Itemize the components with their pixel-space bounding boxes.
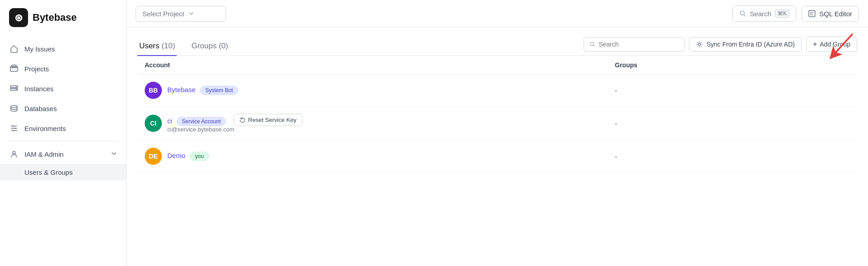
logo-text: Bytebase bbox=[33, 12, 77, 23]
col-groups-header: Groups bbox=[615, 61, 850, 69]
topbar: Select Project Search ⌘K SQL Editor bbox=[127, 0, 868, 28]
groups-val-demo: - bbox=[615, 153, 850, 160]
user-email-ci: ci@service.bytebase.com bbox=[167, 126, 302, 133]
svg-point-6 bbox=[16, 86, 17, 87]
tab-groups-count: (0) bbox=[219, 42, 228, 50]
sync-btn-label: Sync From Entra ID (Azure AD) bbox=[707, 41, 795, 48]
svg-point-10 bbox=[15, 128, 16, 129]
avatar-demo: DE bbox=[145, 148, 162, 165]
content-relative: Users (10) Groups (0) Sync From Entra ID… bbox=[137, 37, 857, 173]
logo-area: ⊛ Bytebase bbox=[0, 0, 126, 35]
user-info-bytebase: BB Bytebase System Bot bbox=[145, 82, 615, 99]
sidebar-item-projects[interactable]: Projects bbox=[0, 59, 126, 79]
plus-icon: + bbox=[813, 40, 817, 48]
main-content: Select Project Search ⌘K SQL Editor User… bbox=[127, 0, 868, 266]
sidebar-item-databases[interactable]: Databases bbox=[0, 98, 126, 118]
search-label: Search bbox=[750, 10, 772, 18]
avatar-ci: CI bbox=[145, 115, 162, 132]
nav-divider bbox=[7, 141, 119, 141]
sidebar-item-my-issues[interactable]: My Issues bbox=[0, 39, 126, 59]
col-account-header: Account bbox=[145, 61, 615, 69]
table-row: CI ci Service Account Reset Service Key bbox=[137, 107, 857, 140]
sidebar-item-iam-admin[interactable]: IAM & Admin bbox=[0, 144, 126, 164]
svg-point-15 bbox=[590, 42, 593, 46]
sidebar-label-users-groups: Users & Groups bbox=[24, 168, 73, 176]
sidebar-item-instances[interactable]: Instances bbox=[0, 79, 126, 98]
svg-point-8 bbox=[11, 106, 17, 108]
user-name-row-ci: ci Service Account Reset Service Key bbox=[167, 114, 302, 126]
tab-groups[interactable]: Groups (0) bbox=[189, 37, 230, 56]
search-input-icon bbox=[590, 41, 595, 47]
badge-service-account: Service Account bbox=[177, 117, 226, 126]
badge-system-bot: System Bot bbox=[200, 86, 238, 95]
user-name-ci[interactable]: ci bbox=[167, 117, 172, 125]
user-info-ci: CI ci Service Account Reset Service Key bbox=[145, 114, 615, 133]
table-row: BB Bytebase System Bot - bbox=[137, 75, 857, 107]
sidebar-item-users-groups[interactable]: Users & Groups bbox=[0, 164, 126, 181]
sidebar-label-iam: IAM & Admin bbox=[24, 150, 64, 158]
table-header: Account Groups bbox=[137, 56, 857, 75]
user-details-bytebase: Bytebase System Bot bbox=[167, 86, 238, 95]
chevron-down-icon bbox=[188, 10, 194, 17]
table-row: DE Demo you - bbox=[137, 140, 857, 173]
search-input-wrap[interactable] bbox=[584, 37, 684, 51]
sidebar-label-instances: Instances bbox=[24, 85, 53, 93]
sidebar-label-databases: Databases bbox=[24, 105, 57, 112]
tab-groups-label: Groups bbox=[191, 42, 217, 50]
groups-val-ci: - bbox=[615, 120, 850, 127]
search-icon bbox=[739, 10, 746, 17]
sidebar: ⊛ Bytebase My Issues Projects Instances bbox=[0, 0, 127, 266]
user-name-demo[interactable]: Demo bbox=[167, 152, 185, 159]
svg-point-7 bbox=[16, 89, 17, 90]
bytebase-logo-icon: ⊛ bbox=[9, 8, 28, 27]
projects-icon bbox=[9, 64, 19, 74]
user-name-bytebase[interactable]: Bytebase bbox=[167, 86, 196, 93]
search-button[interactable]: Search ⌘K bbox=[732, 5, 797, 22]
project-select-label: Select Project bbox=[142, 10, 184, 18]
user-details-demo: Demo you bbox=[167, 152, 209, 161]
project-select[interactable]: Select Project bbox=[136, 6, 226, 22]
databases-icon bbox=[9, 103, 19, 113]
table: Account Groups BB Bytebase System Bot bbox=[137, 56, 857, 173]
tabs-actions: Sync From Entra ID (Azure AD) + Add Grou… bbox=[584, 37, 857, 56]
content-area: Users (10) Groups (0) Sync From Entra ID… bbox=[127, 28, 868, 266]
svg-point-9 bbox=[12, 126, 14, 127]
svg-rect-3 bbox=[12, 65, 16, 67]
tab-users-label: Users bbox=[139, 42, 159, 50]
topbar-right: Search ⌘K SQL Editor bbox=[732, 5, 859, 22]
reset-key-label: Reset Service Key bbox=[248, 117, 297, 123]
sidebar-label-my-issues: My Issues bbox=[24, 45, 55, 53]
sidebar-item-environments[interactable]: Environments bbox=[0, 118, 126, 138]
search-shortcut: ⌘K bbox=[775, 9, 789, 18]
sidebar-label-environments: Environments bbox=[24, 125, 66, 132]
tab-users-count: (10) bbox=[161, 42, 175, 50]
add-group-button[interactable]: + Add Group bbox=[806, 37, 857, 52]
groups-val-bytebase: - bbox=[615, 87, 850, 94]
gear-icon bbox=[696, 41, 703, 48]
instances-icon bbox=[9, 84, 19, 93]
home-icon bbox=[9, 44, 19, 54]
user-info-demo: DE Demo you bbox=[145, 148, 615, 165]
tabs-row: Users (10) Groups (0) Sync From Entra ID… bbox=[137, 37, 857, 56]
add-group-label: Add Group bbox=[820, 41, 850, 48]
svg-point-12 bbox=[13, 151, 15, 154]
avatar-bytebase: BB bbox=[145, 82, 162, 99]
nav-items: My Issues Projects Instances Databases E… bbox=[0, 35, 126, 266]
badge-you: you bbox=[190, 152, 208, 161]
iam-icon bbox=[9, 149, 19, 159]
svg-text:⊛: ⊛ bbox=[14, 12, 23, 23]
sql-editor-button[interactable]: SQL Editor bbox=[802, 6, 859, 22]
reset-key-icon bbox=[239, 117, 245, 123]
sql-editor-icon bbox=[808, 10, 816, 17]
svg-point-13 bbox=[740, 11, 744, 15]
user-details-ci: ci Service Account Reset Service Key ci@… bbox=[167, 114, 302, 133]
sync-entra-button[interactable]: Sync From Entra ID (Azure AD) bbox=[689, 37, 802, 51]
chevron-down-icon bbox=[111, 150, 117, 158]
tab-users[interactable]: Users (10) bbox=[137, 37, 177, 56]
svg-point-16 bbox=[698, 43, 700, 46]
svg-point-11 bbox=[13, 130, 14, 131]
reset-service-key-button[interactable]: Reset Service Key bbox=[233, 114, 302, 126]
search-input[interactable] bbox=[599, 41, 678, 48]
sql-editor-label: SQL Editor bbox=[819, 10, 852, 18]
environments-icon bbox=[9, 123, 19, 133]
